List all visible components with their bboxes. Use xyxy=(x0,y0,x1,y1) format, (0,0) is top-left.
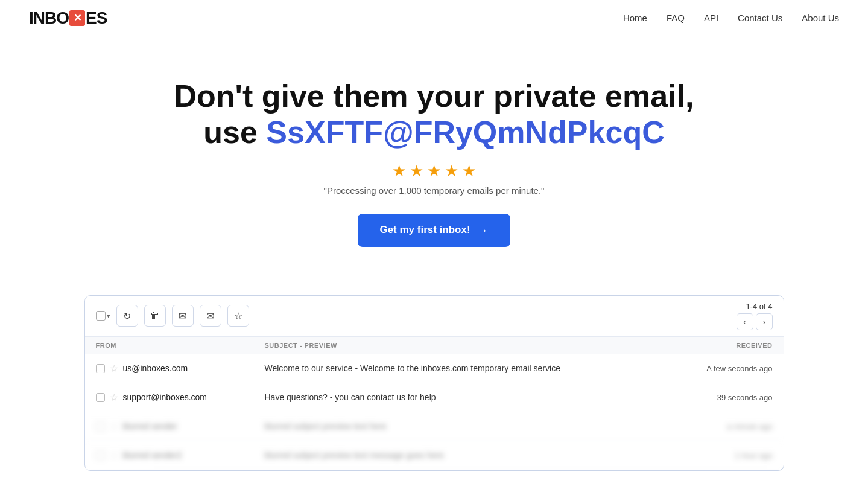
toolbar-right: 1-4 of 4 ‹ › xyxy=(737,302,773,330)
row-subject: Welcome to our service - Welcome to the … xyxy=(265,363,664,373)
row-from-cell: ☆ blurred sender xyxy=(96,421,265,432)
pagination-arrows: ‹ › xyxy=(737,313,773,330)
col-from: FROM xyxy=(96,342,265,349)
table-row[interactable]: ☆ us@inboxes.com Welcome to our service … xyxy=(85,354,784,383)
refresh-button[interactable]: ↻ xyxy=(116,305,138,327)
star-5: ★ xyxy=(462,162,476,181)
nav-contact[interactable]: Contact Us xyxy=(738,13,782,23)
star-4: ★ xyxy=(445,162,458,181)
row-from-cell: ☆ us@inboxes.com xyxy=(96,363,265,374)
nav-home[interactable]: Home xyxy=(623,13,647,23)
star-icon: ☆ xyxy=(234,310,242,322)
inbox-panel: ▾ ↻ 🗑 ✉ ✉ ☆ 1-4 of 4 ‹ › xyxy=(84,295,784,471)
cta-arrow-icon: → xyxy=(477,223,489,237)
next-page-button[interactable]: › xyxy=(756,313,773,330)
row-from-cell: ☆ support@inboxes.com xyxy=(96,392,265,403)
table-header: FROM SUBJECT - PREVIEW RECEIVED xyxy=(85,337,784,354)
row-star-icon[interactable]: ☆ xyxy=(110,363,118,374)
star-rating: ★ ★ ★ ★ ★ xyxy=(12,162,856,181)
nav-about[interactable]: About Us xyxy=(802,13,839,23)
row-star-icon[interactable]: ☆ xyxy=(110,392,118,403)
nav-faq[interactable]: FAQ xyxy=(667,13,685,23)
mark-unread-button[interactable]: ✉ xyxy=(200,305,221,327)
select-all-checkbox-wrap[interactable]: ▾ xyxy=(96,311,110,321)
from-address: support@inboxes.com xyxy=(123,392,207,402)
envelope-icon: ✉ xyxy=(206,310,214,322)
nav-api[interactable]: API xyxy=(704,13,718,23)
star-1: ★ xyxy=(392,162,406,181)
col-subject: SUBJECT - PREVIEW xyxy=(265,342,664,349)
from-address: us@inboxes.com xyxy=(123,363,188,373)
trash-icon: 🗑 xyxy=(150,310,160,321)
row-received: A few seconds ago xyxy=(664,364,773,373)
refresh-icon: ↻ xyxy=(123,310,131,322)
header: INBO ✕ ES Home FAQ API Contact Us About … xyxy=(0,0,868,36)
inbox-toolbar: ▾ ↻ 🗑 ✉ ✉ ☆ 1-4 of 4 ‹ › xyxy=(85,296,784,337)
star-2: ★ xyxy=(410,162,423,181)
row-received: 39 seconds ago xyxy=(664,393,773,402)
select-all-checkbox[interactable] xyxy=(96,311,106,321)
row-subject: blurred subject preview text here xyxy=(265,421,664,431)
hero-section: Don't give them your private email, use … xyxy=(0,36,868,271)
row-checkbox[interactable] xyxy=(96,364,105,373)
from-address: blurred sender xyxy=(123,421,177,431)
col-received: RECEIVED xyxy=(664,342,773,349)
logo-x-icon: ✕ xyxy=(74,13,81,23)
table-row-blurred: ☆ blurred sender blurred subject preview… xyxy=(85,412,784,441)
main-nav: Home FAQ API Contact Us About Us xyxy=(623,13,839,23)
row-subject: Have questions? - you can contact us for… xyxy=(265,392,664,402)
row-from-cell: ☆ blurred sender2 xyxy=(96,450,265,461)
hero-email-address: SsXFTF@FRyQmNdPkcqC xyxy=(266,115,664,150)
hero-tagline: "Proccessing over 1,000 temporary emails… xyxy=(12,185,856,196)
pagination-count: 1-4 of 4 xyxy=(737,302,773,311)
select-all-chevron-icon[interactable]: ▾ xyxy=(107,312,110,320)
delete-button[interactable]: 🗑 xyxy=(144,305,166,327)
table-row-blurred: ☆ blurred sender2 blurred subject previe… xyxy=(85,441,784,470)
logo-box: ✕ xyxy=(69,10,85,26)
row-star-icon: ☆ xyxy=(110,450,118,461)
row-checkbox xyxy=(96,451,105,460)
envelope-open-icon: ✉ xyxy=(179,310,186,322)
cta-button[interactable]: Get my first inbox! → xyxy=(358,214,510,247)
row-star-icon: ☆ xyxy=(110,421,118,432)
hero-headline-part2: use xyxy=(203,115,266,150)
prev-page-button[interactable]: ‹ xyxy=(737,313,753,330)
logo-text-after: ES xyxy=(86,8,107,28)
hero-headline-part1: Don't give them your private email, xyxy=(174,78,694,114)
star-3: ★ xyxy=(427,162,441,181)
logo-text-before: INBO xyxy=(29,8,69,28)
row-checkbox xyxy=(96,422,105,431)
from-address: blurred sender2 xyxy=(123,450,182,460)
row-checkbox[interactable] xyxy=(96,393,105,402)
row-received: 1 hour ago xyxy=(664,451,773,460)
hero-headline: Don't give them your private email, use … xyxy=(12,78,856,151)
row-subject: blurred subject preview text message goe… xyxy=(265,450,664,460)
star-button[interactable]: ☆ xyxy=(227,305,249,327)
row-received: a minute ago xyxy=(664,422,773,431)
cta-label: Get my first inbox! xyxy=(379,224,470,236)
table-row[interactable]: ☆ support@inboxes.com Have questions? - … xyxy=(85,383,784,412)
logo[interactable]: INBO ✕ ES xyxy=(29,8,107,28)
mark-read-button[interactable]: ✉ xyxy=(172,305,194,327)
toolbar-left: ▾ ↻ 🗑 ✉ ✉ ☆ xyxy=(96,305,249,327)
